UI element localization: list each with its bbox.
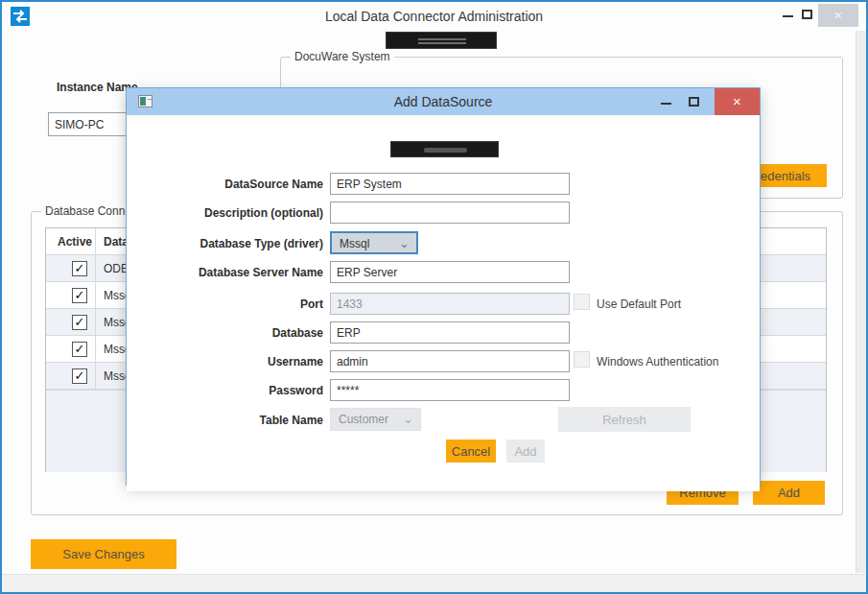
server-name-input[interactable] xyxy=(330,261,570,283)
table-name-label: Table Name xyxy=(127,414,323,427)
database-input[interactable] xyxy=(330,321,570,344)
active-checkbox[interactable]: ✓ xyxy=(72,315,87,330)
main-minimize-button[interactable] xyxy=(783,15,793,17)
redacted-logo xyxy=(386,32,497,49)
windows-authentication-checkbox[interactable] xyxy=(574,351,590,368)
description-label: Description (optional) xyxy=(127,206,323,220)
add-datasource-dialog: Add DataSource × DataSource Name Descrip… xyxy=(127,88,760,485)
dialog-minimize-button[interactable] xyxy=(661,103,671,105)
active-checkbox[interactable]: ✓ xyxy=(72,288,87,303)
active-checkbox[interactable]: ✓ xyxy=(72,342,87,357)
dialog-titlebar: Add DataSource × xyxy=(127,88,760,115)
chevron-down-icon: ⌄ xyxy=(399,236,410,250)
port-input xyxy=(330,293,570,315)
chevron-down-icon: ⌄ xyxy=(403,412,413,426)
refresh-button: Refresh xyxy=(558,407,691,432)
password-input[interactable] xyxy=(330,379,570,401)
right-gutter xyxy=(856,31,868,573)
cancel-button[interactable]: Cancel xyxy=(446,440,496,463)
docuware-system-group-label: DocuWare System xyxy=(291,50,394,63)
port-label: Port xyxy=(127,297,323,311)
datasource-name-input[interactable] xyxy=(330,173,570,195)
database-type-label: Database Type (driver) xyxy=(127,237,323,250)
active-checkbox[interactable]: ✓ xyxy=(72,368,87,384)
bottom-band xyxy=(2,574,866,592)
database-type-dropdown[interactable]: Mssql ⌄ xyxy=(330,231,418,254)
username-input[interactable] xyxy=(330,350,570,372)
password-label: Password xyxy=(127,384,323,397)
local-data-connector-window: Local Data Connector Administration × Do… xyxy=(0,0,868,594)
database-label: Database xyxy=(127,326,323,340)
table-name-value: Customer xyxy=(339,413,388,426)
main-close-button[interactable]: × xyxy=(818,4,858,27)
windows-authentication-label: Windows Authentication xyxy=(597,355,718,368)
add-datasource-button[interactable]: Add xyxy=(753,481,825,505)
datasource-name-label: DataSource Name xyxy=(127,178,323,191)
main-maximize-button[interactable] xyxy=(802,10,812,19)
dialog-maximize-button[interactable] xyxy=(689,97,699,107)
main-titlebar: Local Data Connector Administration × xyxy=(2,2,866,31)
active-checkbox[interactable]: ✓ xyxy=(72,261,87,276)
dialog-title: Add DataSource xyxy=(127,94,760,109)
dialog-close-button[interactable]: × xyxy=(715,88,760,115)
save-changes-button[interactable]: Save Changes xyxy=(31,539,176,569)
column-header-active: Active xyxy=(58,235,92,249)
dialog-body: DataSource Name Description (optional) D… xyxy=(127,115,760,491)
main-window-title: Local Data Connector Administration xyxy=(2,9,866,24)
instance-name-label: Instance Name xyxy=(57,81,138,94)
use-default-port-label: Use Default Port xyxy=(597,297,681,311)
description-input[interactable] xyxy=(330,202,570,224)
database-type-value: Mssql xyxy=(340,237,369,250)
username-label: Username xyxy=(127,355,323,368)
server-name-label: Database Server Name xyxy=(127,266,323,279)
use-default-port-checkbox[interactable] xyxy=(574,294,590,310)
dialog-add-button: Add xyxy=(506,440,545,463)
table-name-dropdown: Customer ⌄ xyxy=(330,408,421,431)
redacted-logo xyxy=(390,141,499,157)
